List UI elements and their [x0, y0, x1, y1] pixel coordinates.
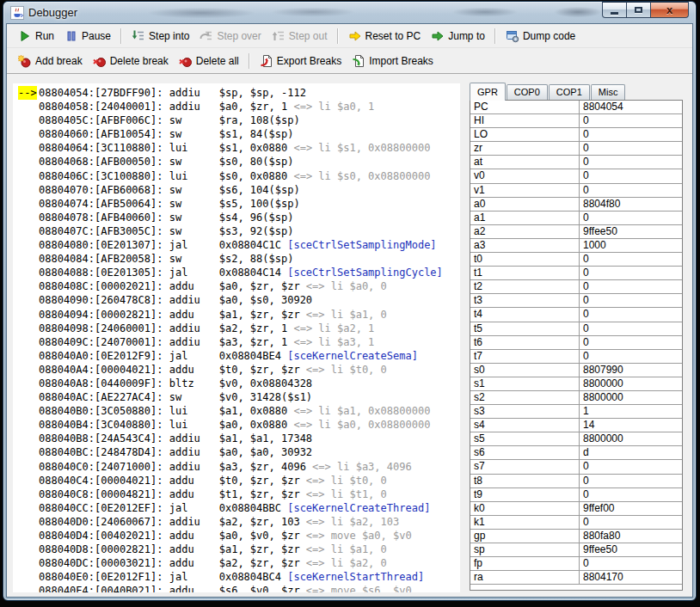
tab-cop0[interactable]: COP0 — [507, 84, 548, 100]
register-row[interactable]: a08804f80 — [470, 198, 682, 212]
disasm-row[interactable]: 08804098:[24060001]: addiu$a2, $zr, 1 <=… — [13, 322, 460, 335]
dump-code-button[interactable]: Dump code — [500, 27, 580, 46]
register-value[interactable]: 8804170 — [580, 571, 682, 584]
register-row[interactable]: v00 — [470, 169, 682, 183]
disasm-row[interactable]: 088040E4:[0040B021]: addu$s6, $v0, $zr <… — [13, 584, 460, 592]
title-bar[interactable]: Debugger x — [3, 2, 696, 23]
disasm-row[interactable]: 0880406C:[3C100880]: lui$s0, 0x0880 <=> … — [13, 169, 460, 183]
disasm-row[interactable]: 088040BC:[248478D4]: addiu$a0, $a0, 3093… — [13, 445, 460, 459]
disasm-row[interactable]: 088040D4:[00402021]: addu$a0, $v0, $zr <… — [13, 529, 460, 543]
register-value[interactable]: 0 — [580, 212, 682, 224]
tab-cop1[interactable]: COP1 — [549, 84, 590, 100]
reset-to-pc-button[interactable]: Reset to PC — [343, 27, 427, 46]
add-break-button[interactable]: Add break — [13, 52, 88, 71]
disasm-row[interactable]: 08804064:[3C110880]: lui$s1, 0x0880 <=> … — [13, 141, 460, 155]
register-value[interactable]: 0 — [580, 322, 682, 335]
register-value[interactable]: 0 — [580, 156, 682, 169]
register-row[interactable]: PC8804054 — [470, 101, 682, 114]
export-breaks-button[interactable]: Export Breaks — [255, 52, 347, 71]
disasm-row[interactable]: 088040AC:[AE227AC4]: sw$v0, 31428($s1) — [13, 390, 460, 404]
register-value[interactable]: 0 — [580, 460, 682, 473]
register-row[interactable]: at0 — [470, 156, 682, 169]
disasm-row[interactable]: -->08804054:[27BDFF90]: addiu$sp, $sp, -… — [13, 86, 460, 100]
register-row[interactable]: t80 — [470, 475, 682, 488]
register-row[interactable]: zr0 — [470, 142, 682, 156]
register-value[interactable]: 8807990 — [580, 364, 682, 377]
disasm-row[interactable]: 088040C0:[24071000]: addiu$a3, $zr, 4096… — [13, 460, 460, 474]
register-row[interactable]: s28800000 — [470, 391, 682, 405]
register-value[interactable]: 0 — [580, 184, 682, 197]
register-row[interactable]: HI0 — [470, 114, 682, 128]
register-row[interactable]: s18800000 — [470, 377, 682, 391]
disasm-row[interactable]: 088040DC:[00003021]: addu$a2, $zr, $zr <… — [13, 556, 460, 570]
register-value[interactable]: 0 — [580, 142, 682, 155]
disasm-row[interactable]: 08804068:[AFB00050]: sw$s0, 80($sp) — [13, 155, 460, 169]
tab-misc[interactable]: Misc — [591, 84, 626, 100]
jump-to-button[interactable]: Jump to — [426, 27, 490, 46]
tab-gpr[interactable]: GPR — [470, 83, 506, 101]
disasm-row[interactable]: 0880407C:[AFB3005C]: sw$s3, 92($sp) — [13, 224, 460, 238]
disasm-row[interactable]: 08804060:[AFB10054]: sw$s1, 84($sp) — [13, 127, 460, 141]
register-row[interactable]: s08807990 — [470, 364, 682, 377]
register-value[interactable]: d — [580, 446, 682, 459]
register-value[interactable]: 8804f80 — [580, 198, 682, 211]
disasm-row[interactable]: 08804070:[AFB60068]: sw$s6, 104($sp) — [13, 183, 460, 197]
register-value[interactable]: 9ffef00 — [580, 502, 682, 515]
register-row[interactable]: t60 — [470, 336, 682, 350]
register-value[interactable]: 9ffee50 — [580, 225, 682, 238]
register-row[interactable]: t40 — [470, 308, 682, 322]
register-value[interactable]: 8800000 — [580, 432, 682, 445]
register-value[interactable]: 0 — [580, 267, 682, 279]
register-value[interactable]: 8800000 — [580, 391, 682, 404]
register-row[interactable]: t20 — [470, 280, 682, 294]
register-value[interactable]: 0 — [580, 128, 682, 141]
pause-button[interactable]: Pause — [59, 27, 116, 46]
disasm-row[interactable]: 08804058:[24040001]: addiu$a0, $zr, 1 <=… — [13, 100, 460, 113]
register-row[interactable]: s414 — [470, 419, 682, 432]
disassembly-panel[interactable]: -->08804054:[27BDFF90]: addiu$sp, $sp, -… — [13, 83, 460, 592]
register-value[interactable]: 14 — [580, 419, 682, 432]
disasm-row[interactable]: 08804088:[0E201305]: jal0x08804C14 [sceC… — [13, 266, 460, 279]
disasm-row[interactable]: 088040B4:[3C040880]: lui$a0, 0x0880 <=> … — [13, 418, 460, 432]
register-row[interactable]: a31000 — [470, 239, 682, 253]
import-breaks-button[interactable]: Import Breaks — [347, 52, 439, 71]
register-value[interactable]: 0 — [580, 114, 682, 127]
register-row[interactable]: t00 — [470, 253, 682, 267]
register-value[interactable]: 0 — [580, 350, 682, 363]
disasm-row[interactable]: 088040E0:[0E2012F1]: jal0x08804BC4 [sceK… — [13, 570, 460, 584]
register-value[interactable]: 9ffee50 — [580, 543, 682, 556]
register-row[interactable]: s58800000 — [470, 432, 682, 446]
disasm-row[interactable]: 0880409C:[24070001]: addiu$a3, $zr, 1 <=… — [13, 335, 460, 349]
disasm-row[interactable]: 08804084:[AFB20058]: sw$s2, 88($sp) — [13, 252, 460, 266]
register-value[interactable]: 0 — [580, 557, 682, 570]
disasm-row[interactable]: 0880405C:[AFBF006C]: sw$ra, 108($sp) — [13, 113, 460, 127]
register-value[interactable]: 1 — [580, 405, 682, 418]
register-value[interactable]: 0 — [580, 336, 682, 349]
register-value[interactable]: 0 — [580, 488, 682, 501]
step-out-button[interactable]: Step out — [267, 27, 333, 46]
register-value[interactable]: 0 — [580, 516, 682, 529]
register-row[interactable]: s6d — [470, 446, 682, 460]
disasm-row[interactable]: 088040C8:[00004821]: addu$t1, $zr, $zr <… — [13, 487, 460, 501]
minimize-button[interactable] — [602, 2, 627, 18]
disasm-row[interactable]: 088040C4:[00004021]: addu$t0, $zr, $zr <… — [13, 474, 460, 487]
register-row[interactable]: t90 — [470, 488, 682, 502]
close-button[interactable]: x — [650, 2, 689, 18]
register-row[interactable]: k09ffef00 — [470, 502, 682, 516]
register-row[interactable]: LO0 — [470, 128, 682, 142]
disasm-row[interactable]: 08804090:[260478C8]: addiu$a0, $s0, 3092… — [13, 293, 460, 307]
register-row[interactable]: t10 — [470, 267, 682, 280]
disasm-row[interactable]: 088040B0:[3C050880]: lui$a1, 0x0880 <=> … — [13, 404, 460, 418]
disasm-row[interactable]: 088040D0:[24060067]: addiu$a2, $zr, 103 … — [13, 515, 460, 529]
delete-all-button[interactable]: Delete all — [174, 52, 244, 71]
maximize-button[interactable] — [626, 2, 651, 18]
register-row[interactable]: a29ffee50 — [470, 225, 682, 239]
register-value[interactable]: 0 — [580, 308, 682, 321]
register-row[interactable]: s70 — [470, 460, 682, 474]
disasm-row[interactable]: 088040A8:[0440009F]: bltz$v0, 0x08804328 — [13, 377, 460, 390]
register-value[interactable]: 0 — [580, 280, 682, 293]
disasm-row[interactable]: 088040CC:[0E2012EF]: jal0x08804BBC [sceK… — [13, 501, 460, 515]
disasm-row[interactable]: 0880408C:[00002021]: addu$a0, $zr, $zr <… — [13, 279, 460, 293]
register-row[interactable]: t30 — [470, 294, 682, 308]
register-row[interactable]: fp0 — [470, 557, 682, 571]
